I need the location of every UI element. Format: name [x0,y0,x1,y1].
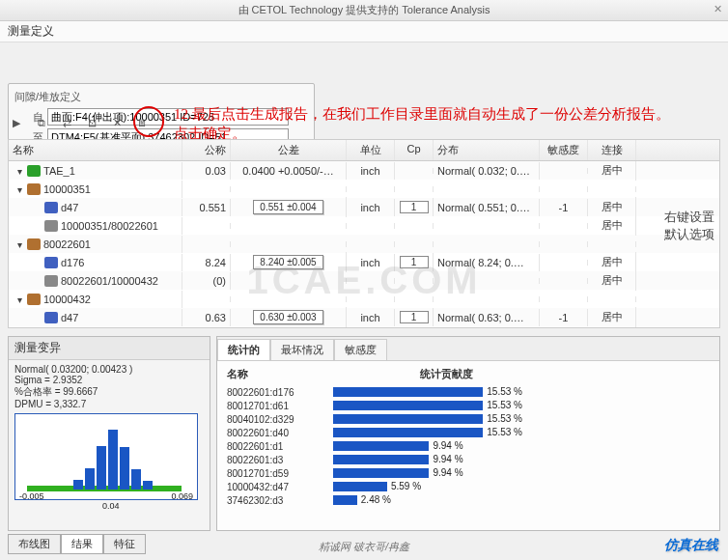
contrib-value: 9.94 % [433,454,462,464]
hdr-dist[interactable]: 分布 [434,140,540,160]
table-row[interactable]: ▾80022601 [9,235,719,253]
cp-box[interactable]: 1 [400,311,429,323]
link-icon[interactable]: ⇄ [58,114,75,131]
cp-box[interactable]: 1 [400,256,429,268]
histogram: -0.005 0.04 0.069 [14,413,198,500]
table-row[interactable]: ▾10000351 [9,180,719,198]
expand-icon[interactable]: ▾ [14,166,24,176]
table-row[interactable]: ▾TAE_10.030.0400 +0.0050/-…inchNormal( 0… [9,161,719,180]
hdr-sens[interactable]: 敏感度 [540,140,588,160]
tolerance-box[interactable]: 8.240 ±0.005 [253,255,322,269]
report-icon[interactable]: 🗎 [133,114,151,131]
tab-stat[interactable]: 统计的 [217,339,270,360]
stat-line-3: DPMU = 3,332.7 [14,399,204,409]
contrib-bar [333,495,357,505]
tab-result[interactable]: 结果 [61,534,103,554]
contrib-row: 80022601:d17615.53 % [227,385,710,399]
tab-sens[interactable]: 敏感度 [334,339,387,360]
contribution-table: 名称 统计贡献度 80022601:d17615.53 %80012701:d6… [217,361,719,513]
lower-area: 测量变异 Normal( 0.03200; 0.00423 ) Sigma = … [8,336,720,531]
stats-tabs: 统计的 最坏情况 敏感度 [217,337,719,361]
contrib-bar [333,441,429,451]
table-row[interactable]: 10000351/80022601居中 [9,216,719,235]
row-name: d47 [61,312,78,323]
hdr-conn[interactable]: 连接 [588,140,636,160]
expand-icon[interactable] [32,276,42,286]
contrib-name: 80022601:d3 [227,455,333,465]
contrib-value: 15.53 % [487,386,522,397]
contrib-row: 10000432:d475.59 % [227,480,710,493]
contrib-row: 80012701:d599.94 % [227,466,710,480]
expand-icon[interactable] [32,221,42,231]
table-row[interactable]: ▾10000432 [9,290,719,308]
expand-icon[interactable]: ▾ [14,294,24,304]
add-icon[interactable]: ⧉ [33,114,50,131]
stat-line-2: %合格率 = 99.6667 [14,385,204,399]
hdr-tol[interactable]: 公差 [231,140,347,160]
table-row[interactable]: 10000432/80012701(0)居中 [9,326,719,327]
contrib-value: 5.59 % [391,481,421,491]
tick-center: 0.04 [102,501,120,511]
expand-icon[interactable]: ▾ [14,184,24,194]
row-name: 10000432 [43,294,91,305]
expand-icon[interactable] [32,203,42,212]
expand-icon[interactable] [32,313,42,322]
contrib-name: 37462302:d3 [227,495,333,506]
contrib-value: 9.94 % [433,467,462,478]
row-name: 10000351/80022601 [61,220,158,232]
table-row[interactable]: 80022601/10000432(0)居中 [9,271,719,290]
hdr-name[interactable]: 名称 [9,140,182,160]
dim-icon [44,257,58,268]
annotation-text: 12.最后点击生成报告，在我们工作目录里面就自动生成了一份公差分析报告。点击确定… [174,104,676,144]
tick-right: 0.069 [171,491,193,501]
gap-group-title: 间隙/堆放定义 [14,90,308,104]
stats-pane: 统计的 最坏情况 敏感度 名称 统计贡献度 80022601:d17615.53… [216,336,720,531]
contrib-row: 80022601:d39.94 % [227,453,710,466]
row-name: 10000351 [43,183,91,195]
contrib-bar [333,468,429,478]
contrib-value: 15.53 % [487,427,522,437]
hdr-cp[interactable]: Cp [395,140,434,160]
contrib-bar [333,455,429,464]
close-icon[interactable]: ✕ [714,3,722,15]
stat-line-1: Sigma = 2.9352 [14,375,204,385]
contrib-name: 80040102:d329 [227,414,333,425]
pointer-icon[interactable]: ▶ [8,114,25,131]
dim-icon [44,202,58,213]
link-icon [44,220,58,232]
tolerance-box[interactable]: 0.551 ±0.004 [253,200,322,214]
delete-icon[interactable]: ✕ [108,114,126,131]
grid-body[interactable]: ▾TAE_10.030.0400 +0.0050/-…inchNormal( 0… [9,161,719,327]
expand-icon[interactable]: ▾ [14,239,24,249]
dim-icon [44,312,58,323]
table-row[interactable]: d470.5510.551 ±0.004inch1Normal( 0.551; … [9,198,719,216]
hdr-nom[interactable]: 公称 [182,140,231,160]
tab-worst[interactable]: 最坏情况 [270,339,334,360]
grid-header: 名称 公称 公差 单位 Cp 分布 敏感度 连接 [9,140,719,161]
contrib-row: 80040102:d32915.53 % [227,412,710,426]
contrib-bar [333,387,483,397]
tolerance-box[interactable]: 0.630 ±0.003 [253,310,322,324]
window-titlebar: 由 CETOL Technology 提供支持的 Tolerance Analy… [0,0,728,21]
measure-icon [27,165,41,177]
cp-box[interactable]: 1 [400,201,429,213]
table-row[interactable]: d1768.248.240 ±0.005inch1Normal( 8.24; 0… [9,253,719,271]
contrib-value: 2.48 % [361,494,391,505]
row-name: d176 [61,257,84,268]
contrib-row: 80022601:d19.94 % [227,439,710,453]
part-exp-icon [27,294,41,305]
footer-credits: 精诚网 破衣哥/冉鑫 [319,540,409,554]
main-grid: 名称 公称 公差 单位 Cp 分布 敏感度 连接 ▾TAE_10.030.040… [8,139,720,328]
variation-pane: 测量变异 Normal( 0.03200; 0.00423 ) Sigma = … [8,336,210,531]
node-icon[interactable]: ⊡ [83,114,100,131]
stat-line-0: Normal( 0.03200; 0.00423 ) [14,364,204,375]
contrib-row: 37462302:d32.48 % [227,493,710,507]
contrib-bar [333,414,483,424]
hdr-unit[interactable]: 单位 [347,140,395,160]
tab-feature[interactable]: 特征 [103,534,146,554]
toolbar: ▶ ⧉ ⇄ ⊡ ✕ 🗎 [8,114,151,131]
tab-layout[interactable]: 布线图 [8,534,61,554]
contrib-bar [333,428,483,437]
expand-icon[interactable] [32,258,42,267]
table-row[interactable]: d470.630.630 ±0.003inch1Normal( 0.63; 0.… [9,308,719,326]
